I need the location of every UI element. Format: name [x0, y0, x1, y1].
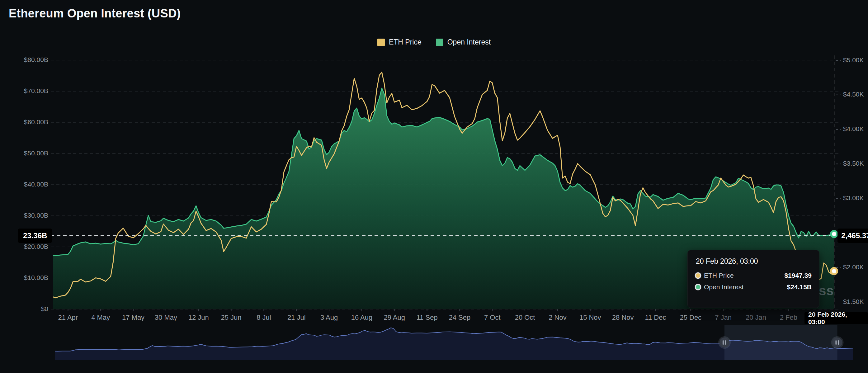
tooltip-rows: ETH Price$1947.39Open Interest$24.15B: [696, 272, 812, 291]
tooltip-row: ETH Price$1947.39: [696, 272, 812, 279]
handle-bar-icon: [725, 340, 726, 345]
handle-bar-icon: [723, 340, 724, 345]
crosshair-price-badge: 2,465.37: [837, 228, 868, 243]
tooltip-series-label: Open Interest: [704, 283, 743, 291]
handle-bar-icon: [836, 340, 837, 345]
chart-tooltip: 20 Feb 2026, 03:00 ETH Price$1947.39Open…: [687, 250, 819, 308]
tooltip-series-value: $24.15B: [787, 283, 812, 291]
series-dot-icon: [696, 285, 700, 289]
open-interest-dashboard: Ethereum Open Interest (USD) ETH PriceOp…: [0, 0, 868, 373]
crosshair-date-badge: 20 Feb 2026, 03:00: [805, 312, 868, 324]
navigator-left-handle[interactable]: [718, 336, 731, 349]
tooltip-series-label: ETH Price: [704, 272, 734, 279]
handle-body: [719, 338, 730, 347]
navigator-selection[interactable]: [724, 325, 837, 360]
tooltip-row: Open Interest$24.15B: [696, 283, 812, 291]
handle-body: [833, 338, 842, 347]
navigator-right-handle[interactable]: [831, 336, 844, 349]
tooltip-date: 20 Feb 2026, 03:00: [696, 257, 812, 266]
crosshair-oi-badge: 23.36B: [18, 228, 52, 243]
tooltip-series-value: $1947.39: [784, 272, 812, 279]
range-navigator[interactable]: [0, 0, 868, 373]
series-dot-icon: [696, 273, 700, 278]
handle-bar-icon: [838, 340, 839, 345]
